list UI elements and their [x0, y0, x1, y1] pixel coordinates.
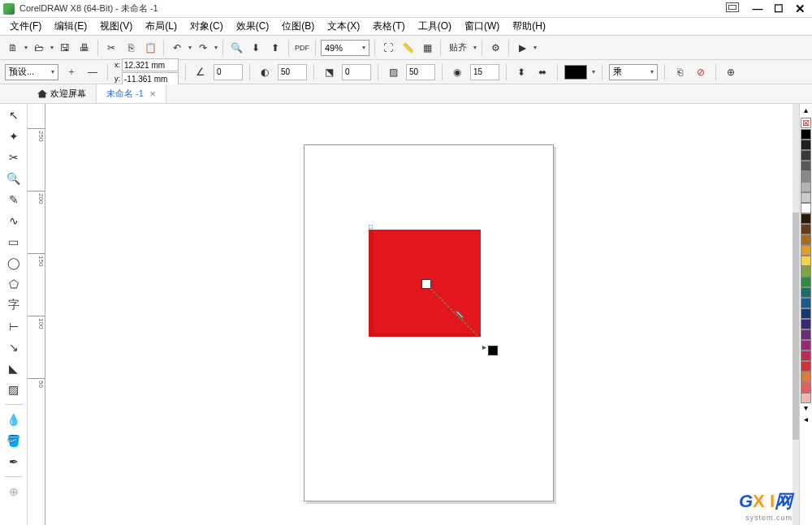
menu-window[interactable]: 窗口(W)	[458, 19, 506, 33]
menu-help[interactable]: 帮助(H)	[506, 19, 552, 33]
pick-tool[interactable]: ↖	[6, 107, 22, 123]
launch-button[interactable]: ▶	[514, 40, 530, 56]
shadow-end-handle[interactable]	[488, 346, 498, 355]
color-swatch[interactable]	[801, 372, 811, 382]
print-button[interactable]: 🖶	[76, 40, 93, 56]
undo-dropdown-icon[interactable]: ▾	[188, 44, 192, 51]
color-swatch[interactable]	[801, 393, 811, 403]
transparency-input[interactable]: 50	[406, 64, 435, 80]
tab-welcome[interactable]: 欢迎屏幕	[28, 84, 97, 103]
ruler-button[interactable]: 📏	[400, 40, 416, 56]
open-dropdown-icon[interactable]: ▾	[50, 44, 54, 51]
palette-down-button[interactable]: ▾	[801, 403, 812, 415]
zoom-dropdown-icon[interactable]: ▾	[362, 44, 365, 51]
canvas[interactable]: □ ▸	[45, 104, 793, 525]
crop-tool[interactable]: ✂	[6, 149, 22, 166]
eyedropper-tool[interactable]: 💧	[6, 411, 22, 428]
expand-button[interactable]: ⊕	[6, 484, 22, 500]
menu-effects[interactable]: 效果(C)	[230, 19, 276, 33]
polygon-tool[interactable]: ⬠	[6, 276, 22, 292]
color-swatch[interactable]	[801, 171, 811, 182]
zoom-tool[interactable]: 🔍	[6, 170, 22, 187]
color-swatch[interactable]	[801, 192, 811, 203]
blend-mode-select[interactable]: 乘▾	[609, 64, 658, 80]
color-swatch[interactable]	[801, 161, 811, 171]
color-swatch[interactable]	[801, 129, 811, 140]
color-swatch[interactable]	[801, 308, 811, 319]
color-swatch[interactable]	[801, 182, 811, 192]
color-swatch[interactable]	[801, 256, 811, 266]
freehand-tool[interactable]: ✎	[6, 191, 22, 208]
tab-document[interactable]: 未命名 -1 ×	[97, 84, 166, 103]
copy-properties-button[interactable]: ⎗	[672, 64, 688, 80]
menu-edit[interactable]: 编辑(E)	[48, 19, 93, 33]
color-swatch[interactable]	[801, 150, 811, 161]
remove-preset-button[interactable]: —	[84, 64, 101, 80]
color-swatch[interactable]	[801, 140, 811, 150]
shadow-color[interactable]	[564, 65, 587, 80]
stretch-input[interactable]: 0	[342, 64, 371, 80]
color-swatch[interactable]	[801, 329, 811, 340]
color-dropdown-icon[interactable]: ▾	[592, 68, 595, 75]
docking-icon[interactable]	[726, 2, 739, 12]
connector-tool[interactable]: ↘	[6, 339, 22, 355]
menu-text[interactable]: 文本(X)	[321, 19, 366, 33]
color-swatch[interactable]	[801, 319, 811, 329]
save-button[interactable]: 🖫	[57, 40, 73, 56]
new-button[interactable]: 🗎	[5, 40, 21, 56]
drop-shadow-tool[interactable]: ◣	[6, 360, 22, 377]
menu-bitmap[interactable]: 位图(B)	[275, 19, 321, 33]
menu-table[interactable]: 表格(T)	[366, 19, 411, 33]
fill-tool[interactable]: 🪣	[6, 432, 22, 449]
x-coord[interactable]: 12.321 mm	[122, 58, 179, 71]
color-swatch[interactable]	[801, 361, 811, 372]
snap-dropdown-icon[interactable]: ▾	[473, 44, 477, 51]
vertical-scrollbar[interactable]	[793, 104, 799, 525]
tab-close-icon[interactable]: ×	[150, 88, 156, 100]
color-swatch[interactable]	[801, 203, 811, 213]
color-swatch[interactable]	[801, 382, 811, 393]
color-swatch[interactable]	[801, 277, 811, 287]
launch-dropdown-icon[interactable]: ▾	[533, 44, 537, 51]
direction-button[interactable]: ⬍	[513, 64, 529, 80]
fullscreen-button[interactable]: ⛶	[380, 40, 396, 56]
search-button[interactable]: 🔍	[228, 40, 244, 56]
shadow-start-handle[interactable]	[421, 279, 431, 289]
undo-button[interactable]: ↶	[169, 40, 185, 56]
color-swatch[interactable]	[801, 351, 811, 361]
zoom-level[interactable]: 49%▾	[321, 40, 369, 56]
color-swatch[interactable]	[801, 287, 811, 298]
color-swatch[interactable]	[801, 266, 811, 277]
close-button[interactable]: ✕	[791, 2, 809, 15]
minimize-button[interactable]: —	[749, 2, 767, 15]
options-button[interactable]: ⚙	[487, 40, 503, 56]
direction2-button[interactable]: ⬌	[534, 64, 551, 80]
color-swatch[interactable]	[801, 340, 811, 351]
snap-label[interactable]: 贴齐	[446, 41, 470, 54]
export-button[interactable]: ⬆	[267, 40, 283, 56]
preset-dropdown-icon[interactable]: ▾	[51, 68, 54, 75]
clear-shadow-button[interactable]: ⊘	[693, 64, 709, 80]
cut-button[interactable]: ✂	[103, 40, 119, 56]
opacity-input[interactable]: 50	[278, 64, 307, 80]
ellipse-tool[interactable]: ◯	[6, 255, 22, 271]
curve-tool[interactable]: ∿	[6, 213, 22, 229]
angle-input[interactable]: 0	[214, 64, 243, 80]
grid-button[interactable]: ▦	[419, 40, 435, 56]
dimension-tool[interactable]: ⊢	[6, 318, 22, 334]
no-color-swatch[interactable]: ⊠	[801, 118, 811, 128]
add-preset-button[interactable]: ＋	[63, 64, 80, 80]
preset-select[interactable]: 预设...▾	[5, 64, 58, 80]
menu-layout[interactable]: 布局(L)	[139, 19, 184, 33]
transparency-tool[interactable]: ▨	[6, 381, 22, 398]
feather-input[interactable]: 15	[470, 64, 499, 80]
menu-view[interactable]: 视图(V)	[93, 19, 139, 33]
copy-button[interactable]: ⎘	[123, 40, 139, 56]
add-button[interactable]: ⊕	[723, 64, 739, 80]
new-dropdown-icon[interactable]: ▾	[24, 44, 28, 51]
outline-tool[interactable]: ✒	[6, 454, 22, 470]
text-tool[interactable]: 字	[6, 297, 22, 313]
pdf-button[interactable]: PDF	[294, 40, 310, 56]
color-swatch[interactable]	[801, 298, 811, 308]
rectangle-tool[interactable]: ▭	[6, 234, 22, 250]
